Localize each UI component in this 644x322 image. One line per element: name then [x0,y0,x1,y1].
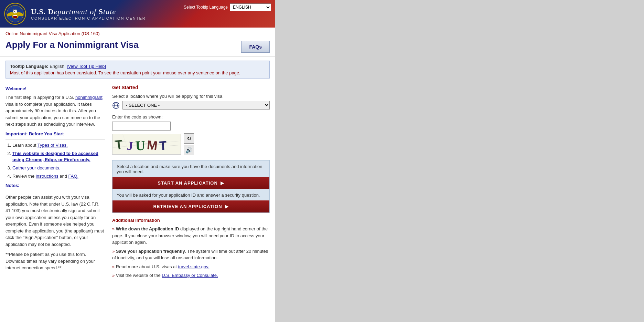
tooltip-help-link[interactable]: [View Tool Tip Help] [67,64,106,69]
header: ★ ★ ★ U.S. Department of State CONSULAR … [0,0,275,28]
lang-label: Select Tooltip Language [184,5,228,10]
list-item-1: Learn about Types of Visas. [12,142,105,148]
svg-text:T: T [159,139,167,154]
seal-icon: ★ ★ ★ [4,3,26,25]
captcha-label: Enter the code as shown: [112,114,270,120]
captcha-svg: T J U M T [112,134,181,155]
retrieve-application-button[interactable]: RETRIEVE AN APPLICATION ▶ [112,200,269,212]
instructions-link[interactable]: instructions [36,174,58,179]
location-label: Select a location where you will be appl… [112,94,270,99]
divider-2 [6,191,105,191]
page-title: Apply For a Nonimmigrant Visa [6,40,139,50]
travel-state-link[interactable]: travel.state.gov. [178,264,210,269]
gather-docs-link[interactable]: Gather your documents. [12,165,60,170]
svg-text:M: M [146,138,158,153]
globe-icon [112,102,120,109]
retrieve-arrow-icon: ▶ [225,204,229,209]
types-of-visas-link[interactable]: Types of Visas. [37,143,68,148]
retrieve-section-text: You will be asked for your application I… [112,189,269,200]
additional-item-3: » Read more about U.S. visas at travel.s… [112,263,270,270]
captcha-audio-button[interactable]: 🔊 [184,145,194,155]
right-column: Get Started Select a location where you … [112,83,270,281]
arrow-icon-3: » [112,264,115,269]
captcha-buttons: ↻ 🔊 [184,133,194,155]
arrow-icon-4: » [112,273,115,278]
svg-text:★ ★ ★: ★ ★ ★ [13,8,18,10]
nonimmigrant-link[interactable]: nonimmigrant [75,95,103,100]
svg-point-7 [14,11,15,12]
get-started-header: Get Started [112,85,270,90]
action-box-text: Select a location and make sure you have… [112,160,269,177]
captcha-refresh-button[interactable]: ↻ [184,133,194,144]
page-header: Apply For a Nonimmigrant Visa FAQs [0,38,275,56]
main-wrapper: Online Nonimmigrant Visa Application (DS… [0,28,275,322]
start-application-button[interactable]: START AN APPLICATION ▶ [112,177,269,189]
header-lang: Select Tooltip Language ENGLISH SPANISH … [184,3,271,11]
captcha-section: Enter the code as shown: [112,114,270,155]
notes-text-2: **Please be patient as you use this form… [6,251,105,271]
notes-text-1: Other people can assist you with your vi… [6,194,105,248]
svg-text:T: T [114,137,124,152]
additional-info: Additional Information » Write down the … [112,218,270,279]
tooltip-translation: Most of this application has been transl… [10,70,265,75]
lang-select[interactable]: ENGLISH SPANISH FRENCH PORTUGUESE CHINES… [230,3,271,11]
list-item-4: Review the instructions and FAQ. [12,173,105,179]
welcome-p1: The first step in applying for a U.S. no… [6,94,105,128]
start-application-label: START AN APPLICATION [158,180,218,186]
captcha-input[interactable] [112,122,171,131]
faq-button[interactable]: FAQs [241,41,270,53]
left-column: Welcome! The first step in applying for … [6,83,112,281]
additional-item-1: » Write down the Application ID displaye… [112,226,270,246]
audio-icon: 🔊 [185,147,192,154]
faq-link[interactable]: FAQ. [68,174,79,179]
additional-bold-1: Write down the Application ID [116,226,179,231]
embassy-link[interactable]: U.S. Embassy or Consulate. [162,273,218,278]
svg-text:U: U [135,138,146,153]
captcha-image-row: T J U M T ↻ 🔊 [112,133,270,155]
location-select[interactable]: - SELECT ONE - [122,101,270,110]
captcha-image: T J U M T [112,134,181,155]
tooltip-lang-line: Tooltip Language: English [View Tool Tip… [10,64,265,69]
refresh-icon: ↻ [187,135,191,142]
additional-info-header: Additional Information [112,218,270,223]
breadcrumb: Online Nonimmigrant Visa Application (DS… [0,28,275,38]
arrow-icon-2: » [112,249,115,254]
sub-title: CONSULAR ELECTRONIC APPLICATION CENTER [31,16,271,20]
start-arrow-icon: ▶ [221,180,224,186]
notes-header: Notes: [6,183,105,188]
tooltip-bar: Tooltip Language: English [View Tool Tip… [6,61,270,79]
divider-1 [6,139,105,139]
welcome-header: Welcome! [6,86,105,91]
additional-item-4: » Visit the website of the U.S. Embassy … [112,272,270,279]
tooltip-lang-prefix: Tooltip Language: [10,64,50,69]
important-header: Important: Before You Start [6,131,105,136]
list-item-2: This website is designed to be accessed … [12,150,105,163]
location-row: - SELECT ONE - [112,101,270,110]
additional-item-2: » Save your application frequently. The … [112,248,270,261]
content-area: Welcome! The first step in applying for … [0,83,275,281]
list-item-3: Gather your documents. [12,165,105,171]
action-box: Select a location and make sure you have… [112,160,270,213]
retrieve-application-label: RETRIEVE AN APPLICATION [153,204,222,209]
arrow-icon-1: » [112,226,115,231]
before-you-start-list: Learn about Types of Visas. This website… [12,142,105,180]
svg-text:J: J [127,139,133,153]
svg-rect-9 [13,15,17,16]
browser-note-link[interactable]: This website is designed to be accessed … [12,151,98,162]
additional-bold-2: Save your application frequently. [116,249,186,254]
